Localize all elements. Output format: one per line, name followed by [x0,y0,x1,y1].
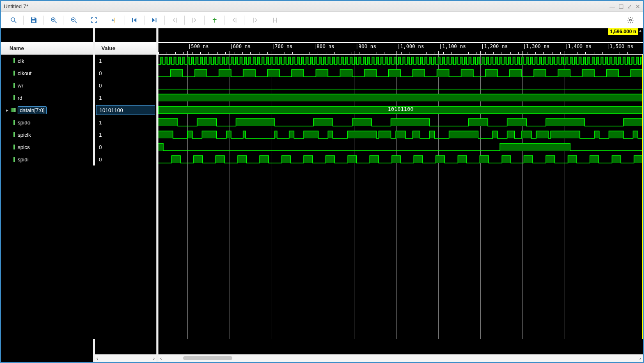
search-icon[interactable] [8,14,19,26]
svg-line-1 [14,21,16,23]
waveform-panel[interactable]: 1,596.000 n ▲ |500 ns|600 ns|700 ns|800 … [156,28,643,362]
signal-scalar-icon [10,144,16,150]
waveform-scrollbar[interactable]: ‹ › [158,354,643,362]
signal-scalar-icon [10,119,16,125]
signal-value: 0 [95,67,156,79]
svg-rect-3 [32,20,35,22]
svg-rect-11 [132,18,133,22]
prev-marker-icon[interactable] [229,14,241,26]
signal-name: rd [18,95,23,101]
signal-name: wr [18,83,23,89]
toolbar [1,12,643,28]
signal-bus-icon [10,107,16,113]
signal-scalar-icon [10,83,16,88]
signal-value: 0 [95,141,156,153]
svg-point-0 [11,18,15,21]
wave-area[interactable]: 10101100 [158,55,643,339]
main-content: Name Value clk1clkout0wr0rd1▸datain[7:0]… [1,28,643,362]
zoom-out-icon[interactable] [68,14,80,26]
window-title: Untitled 7* [4,3,610,9]
signal-scalar-icon [10,95,16,101]
wave-row [158,55,643,67]
close-icon[interactable]: ✕ [635,3,640,10]
scroll-left-icon[interactable]: ‹ [95,355,100,361]
popout-icon[interactable]: ⤢ [627,3,632,10]
signal-row[interactable]: wr0 [1,79,156,92]
signal-value: 1 [95,92,156,104]
signal-value: 10101100 [96,105,155,115]
zoom-fit-icon[interactable] [88,14,100,26]
signal-row[interactable]: spidi0 [1,153,156,165]
signal-scalar-icon [10,156,16,162]
goto-cursor-icon[interactable] [108,14,120,26]
svg-point-19 [630,19,632,21]
wave-row [158,92,643,104]
app-window: Untitled 7* — ☐ ⤢ ✕ [0,0,644,363]
signal-value: 0 [95,153,156,165]
svg-line-9 [75,21,77,23]
cursor-time-label: 1,596.000 n [608,28,638,35]
signal-name: clkout [18,70,32,76]
signal-value: 1 [95,129,156,141]
wave-row [158,129,643,141]
signal-name: spics [18,144,30,150]
scroll-right-icon[interactable]: › [638,355,643,361]
time-ruler[interactable]: |500 ns|600 ns|700 ns|800 ns|900 ns|1,00… [158,42,643,55]
next-marker-icon[interactable] [249,14,261,26]
signal-row[interactable]: spido1 [1,116,156,129]
wave-row [158,79,643,92]
svg-rect-12 [156,18,156,22]
swap-marker-icon[interactable] [269,14,281,26]
signal-scalar-icon [10,70,16,76]
svg-line-5 [55,21,57,23]
value-scrollbar[interactable]: ‹ › [95,354,156,362]
goto-start-icon[interactable] [128,14,140,26]
scroll-right-icon[interactable]: › [151,355,156,361]
signal-name: clk [18,58,24,64]
bus-value: 10101100 [158,106,643,112]
signal-name: spidi [18,156,29,163]
column-header-name[interactable]: Name [1,42,95,55]
signal-list: clk1clkout0wr0rd1▸datain[7:0]10101100spi… [1,55,156,339]
wave-row [158,153,643,165]
scrollbar-thumb[interactable] [183,356,232,360]
svg-rect-2 [32,17,34,19]
wave-row: 10101100 [158,104,643,116]
signal-row[interactable]: spiclk1 [1,129,156,141]
signal-row[interactable]: clkout0 [1,67,156,79]
signal-row[interactable]: clk1 [1,55,156,67]
signal-scalar-icon [10,58,16,64]
save-icon[interactable] [28,14,39,26]
column-header-value[interactable]: Value [95,42,156,55]
titlebar: Untitled 7* — ☐ ⤢ ✕ [1,1,643,12]
expand-arrow-icon[interactable]: ▸ [6,108,10,113]
signal-value: 0 [95,79,156,92]
minimize-icon[interactable]: — [610,3,615,10]
next-edge-icon[interactable] [189,14,200,26]
signal-value: 1 [95,55,156,67]
signal-value: 1 [95,116,156,129]
add-marker-icon[interactable] [209,14,220,26]
prev-edge-icon[interactable] [169,14,180,26]
zoom-in-icon[interactable] [48,14,60,26]
wave-row [158,67,643,79]
signal-row[interactable]: rd1 [1,92,156,104]
signal-panel: Name Value clk1clkout0wr0rd1▸datain[7:0]… [1,28,156,362]
wave-row [158,141,643,153]
signal-name: spiclk [18,132,31,138]
scroll-up-icon[interactable]: ▲ [638,28,642,33]
signal-name: spido [18,119,30,126]
signal-row[interactable]: spics0 [1,141,156,153]
scroll-left-icon[interactable]: ‹ [158,355,163,361]
gear-icon[interactable] [625,14,636,26]
signal-row[interactable]: ▸datain[7:0]10101100 [1,104,156,116]
wave-row [158,116,643,129]
goto-end-icon[interactable] [149,14,160,26]
cursor-line[interactable] [642,55,643,339]
signal-scalar-icon [10,132,16,138]
maximize-icon[interactable]: ☐ [619,3,624,10]
signal-name: datain[7:0] [18,106,47,114]
